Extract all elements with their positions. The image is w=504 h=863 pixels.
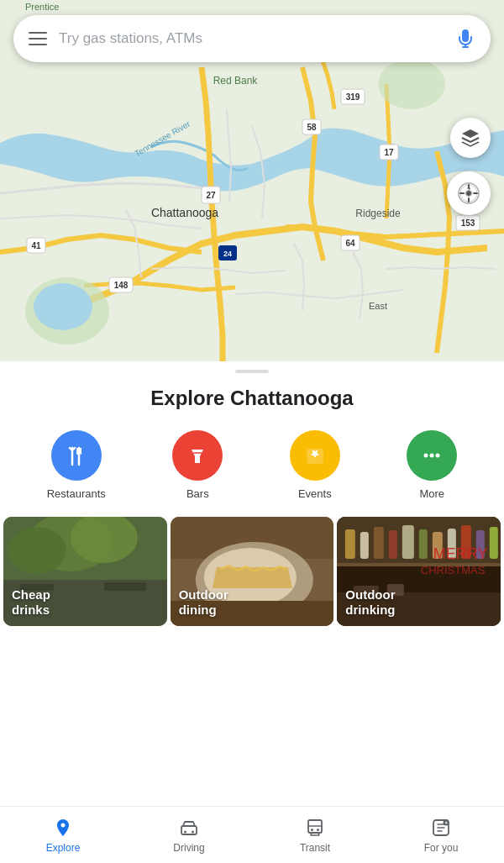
svg-text:Chattanooga: Chattanooga xyxy=(151,206,218,219)
microphone-icon[interactable] xyxy=(455,29,475,49)
bottom-navigation: Explore Driving Transit xyxy=(0,806,504,863)
category-more[interactable]: More xyxy=(407,430,457,500)
svg-text:CHRISTMAS: CHRISTMAS xyxy=(421,564,486,576)
bars-icon-circle xyxy=(172,430,223,481)
outdoor-drinking-card[interactable]: MERRY CHRISTMAS Outdoordrinking xyxy=(337,517,501,626)
svg-point-84 xyxy=(311,829,313,831)
svg-text:319: 319 xyxy=(346,92,360,102)
svg-text:Ridgeside: Ridgeside xyxy=(355,208,401,219)
svg-rect-63 xyxy=(374,527,384,559)
nav-item-driving[interactable]: Driving xyxy=(126,817,252,854)
events-label: Events xyxy=(298,487,332,500)
svg-point-45 xyxy=(430,454,434,458)
drag-handle[interactable] xyxy=(235,370,269,373)
nav-item-transit[interactable]: Transit xyxy=(252,817,378,854)
place-cards-row: Cheapdrinks Outdoordining xyxy=(0,517,504,626)
nav-item-explore[interactable]: Explore xyxy=(0,817,126,854)
bottom-sheet: Explore Chattanooga Restaurants xyxy=(0,370,504,643)
svg-rect-65 xyxy=(402,525,414,559)
map-layers-button[interactable] xyxy=(450,118,491,158)
restaurants-icon-circle xyxy=(51,430,102,481)
explore-nav-label: Explore xyxy=(46,842,81,854)
svg-rect-64 xyxy=(389,530,397,559)
svg-text:MERRY: MERRY xyxy=(433,545,488,562)
svg-point-2 xyxy=(378,59,445,109)
svg-text:64: 64 xyxy=(345,239,355,248)
outdoor-dining-label: Outdoordining xyxy=(179,587,228,618)
svg-point-80 xyxy=(184,830,186,833)
bars-label: Bars xyxy=(186,487,209,500)
nav-item-for-you[interactable]: ✦ For you xyxy=(378,817,504,854)
cheap-drinks-label: Cheapdrinks xyxy=(12,587,50,618)
for-you-nav-icon: ✦ xyxy=(430,817,452,839)
explore-title: Explore Chattanooga xyxy=(0,387,504,410)
svg-point-44 xyxy=(424,454,428,458)
more-label: More xyxy=(419,487,444,500)
cheap-drinks-card[interactable]: Cheapdrinks xyxy=(3,517,167,626)
transit-nav-label: Transit xyxy=(300,842,330,854)
driving-nav-icon xyxy=(178,817,200,839)
svg-rect-62 xyxy=(360,532,369,559)
events-icon-circle xyxy=(290,430,340,481)
svg-text:East: East xyxy=(369,301,387,311)
svg-text:Prentice: Prentice xyxy=(25,2,59,12)
transit-nav-icon xyxy=(304,817,326,839)
svg-rect-71 xyxy=(490,527,498,559)
category-events[interactable]: Events xyxy=(290,430,340,500)
location-button[interactable]: ? xyxy=(447,171,491,215)
more-icon-circle xyxy=(407,430,457,481)
for-you-nav-label: For you xyxy=(424,842,459,854)
svg-rect-61 xyxy=(345,529,355,559)
restaurants-label: Restaurants xyxy=(47,487,106,500)
svg-point-81 xyxy=(192,830,194,833)
svg-text:148: 148 xyxy=(114,281,129,290)
hamburger-menu-icon[interactable] xyxy=(29,32,47,45)
svg-text:58: 58 xyxy=(307,123,317,132)
search-input[interactable]: Try gas stations, ATMs xyxy=(59,30,444,47)
svg-text:27: 27 xyxy=(206,191,216,200)
svg-text:153: 153 xyxy=(461,218,475,228)
svg-rect-66 xyxy=(419,529,428,559)
svg-point-85 xyxy=(317,829,319,831)
svg-text:24: 24 xyxy=(223,250,232,258)
svg-point-46 xyxy=(436,454,440,458)
driving-nav-label: Driving xyxy=(173,842,204,854)
outdoor-drinking-label: Outdoordrinking xyxy=(345,587,395,618)
outdoor-dining-card[interactable]: Outdoordining xyxy=(171,517,334,626)
categories-row: Restaurants Bars Events xyxy=(0,430,504,500)
search-bar[interactable]: Try gas stations, ATMs xyxy=(13,15,491,62)
category-bars[interactable]: Bars xyxy=(172,430,223,500)
svg-text:17: 17 xyxy=(384,148,394,157)
svg-text:Red Bank: Red Bank xyxy=(213,75,259,87)
svg-rect-79 xyxy=(181,826,197,834)
explore-nav-icon xyxy=(52,817,74,839)
svg-point-3 xyxy=(34,283,92,330)
svg-text:41: 41 xyxy=(31,241,41,250)
category-restaurants[interactable]: Restaurants xyxy=(47,430,106,500)
